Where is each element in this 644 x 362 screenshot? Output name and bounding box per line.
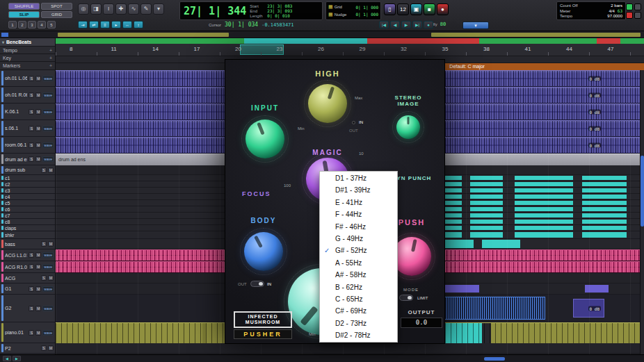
track-header[interactable]: c2 (0, 181, 55, 188)
track-view-selector[interactable]: wave (42, 76, 54, 81)
record-icon[interactable]: ● (424, 21, 433, 28)
track-header[interactable]: P2SM (0, 343, 55, 354)
frequency-option[interactable]: C# - 69Hz (320, 305, 397, 317)
track-view-selector[interactable]: wave (42, 330, 54, 336)
smart-tool-icon[interactable]: ▾ (153, 3, 164, 15)
track-header[interactable]: drum subSM (0, 165, 55, 175)
play-button[interactable]: ■ (424, 3, 435, 15)
track-header[interactable]: c6 (0, 206, 55, 213)
selection-field-value[interactable]: 23| 3| 083 (267, 4, 292, 8)
track-header[interactable]: c4 (0, 194, 55, 200)
record-button[interactable]: ● (437, 3, 449, 15)
overview-position-marker[interactable] (1, 33, 8, 37)
solo-button[interactable]: S (29, 264, 34, 270)
mute-button[interactable]: M (48, 167, 54, 173)
track-view-selector[interactable]: wave (42, 306, 54, 311)
track-header[interactable]: c8 (0, 219, 55, 225)
mute-button[interactable]: M (48, 241, 54, 247)
collapse-icon[interactable]: ▾ (2, 40, 4, 44)
zoom-tool-icon[interactable]: ◎ (78, 3, 89, 15)
link-track-selection-icon[interactable]: ≡ (100, 21, 110, 28)
zoom-horizontal-icon[interactable]: ↔ (122, 21, 132, 28)
red-status-button[interactable] (626, 12, 633, 19)
mute-button[interactable]: M (35, 142, 41, 148)
zoom-preset-2[interactable]: 2 (18, 21, 26, 28)
track-header[interactable]: G1SMwave (0, 283, 55, 295)
zoom-vertical-icon[interactable]: ↕ (134, 21, 143, 28)
trim-tool-icon[interactable]: ◨ (90, 3, 102, 15)
rewind-icon[interactable]: ◀ (390, 21, 400, 28)
track-view-dropdown[interactable]: ▾ (462, 22, 489, 29)
edit-mode-shuffle[interactable]: SHUFFLE (8, 3, 40, 10)
tab-to-transient-icon[interactable]: ⇥ (78, 21, 88, 28)
frequency-option[interactable]: G - 49Hz (320, 233, 397, 245)
frequency-option[interactable]: A - 55Hz (320, 257, 397, 269)
nudge-value[interactable]: 0| 1| 000 (355, 12, 378, 17)
solo-button[interactable]: S (41, 345, 47, 351)
zoom-preset-1[interactable]: 1 (8, 21, 17, 28)
frequency-option[interactable]: C - 65Hz (320, 293, 397, 305)
solo-button[interactable]: S (29, 126, 34, 131)
high-knob[interactable] (308, 84, 347, 123)
track-header[interactable]: K.06.1SMwave (0, 104, 55, 120)
add-icon[interactable]: + (49, 48, 52, 53)
track-view-selector[interactable]: wave (42, 252, 54, 258)
track-header[interactable]: drum ad ensSMwave (0, 154, 55, 165)
scrubber-tool-icon[interactable]: ∿ (128, 3, 139, 15)
mute-button[interactable]: M (35, 156, 41, 162)
body-knob[interactable] (244, 232, 283, 271)
link-timeline-selection-icon[interactable]: ⇄ (89, 21, 99, 28)
track-header[interactable]: room.06.1SMwave (0, 137, 55, 154)
track-header[interactable]: oh.01 L.06.1SMwave (0, 70, 55, 87)
solo-button[interactable]: S (41, 167, 47, 173)
scroll-left-icon[interactable]: ◀ (3, 356, 11, 361)
mute-button[interactable]: M (35, 330, 41, 336)
pencil-tool-icon[interactable]: ✎ (140, 3, 152, 15)
mute-button[interactable]: M (35, 286, 41, 292)
track-header[interactable]: c7 (0, 213, 55, 219)
track-header[interactable]: shkr (0, 231, 55, 239)
go-to-start-icon[interactable]: |◀ (379, 21, 389, 28)
solo-button[interactable]: S (29, 109, 34, 115)
body-io-toggle[interactable] (250, 281, 264, 287)
frequency-option[interactable]: D#1 - 39Hz (320, 184, 397, 196)
mode-toggle[interactable] (399, 295, 413, 301)
ruler-item-markers[interactable]: Markers+ (0, 62, 55, 70)
mute-button[interactable]: M (35, 306, 41, 311)
mute-button[interactable]: M (35, 126, 41, 131)
ruler-item-key[interactable]: Key+ (0, 54, 55, 62)
solo-button[interactable]: S (29, 306, 34, 311)
zoom-preset-3[interactable]: 3 (28, 21, 36, 28)
add-icon[interactable]: + (49, 63, 52, 68)
track-view-selector[interactable]: wave (42, 142, 54, 148)
midi-merge-button[interactable]: ▣ (410, 3, 422, 15)
track-lane[interactable] (56, 343, 644, 354)
frequency-option[interactable]: F# - 46Hz (320, 221, 397, 233)
track-header[interactable]: G2SMwave (0, 295, 55, 322)
mute-button[interactable]: M (35, 92, 41, 98)
edit-mode-slip[interactable]: SLIP (8, 11, 40, 18)
vertical-scroll-thumb[interactable] (641, 156, 644, 227)
mute-button[interactable]: M (35, 252, 41, 258)
zoom-preset-4[interactable]: 4 (38, 21, 46, 28)
track-view-selector[interactable]: wave (42, 126, 54, 131)
input-knob[interactable] (245, 120, 284, 158)
grid-value[interactable]: 0| 1| 000 (355, 5, 378, 10)
frequency-option[interactable]: B - 62Hz (320, 281, 397, 293)
horizontal-scroll-thumb[interactable] (484, 357, 505, 361)
mute-button[interactable]: M (48, 345, 54, 351)
frequency-option[interactable]: E - 41Hz (320, 197, 397, 208)
solo-button[interactable]: S (41, 241, 47, 247)
stereo-image-knob[interactable] (396, 115, 420, 139)
mute-button[interactable]: M (35, 264, 41, 270)
solo-button[interactable]: S (41, 275, 47, 281)
green-status-button[interactable] (626, 3, 633, 10)
track-header[interactable]: ACG R1.01SMwave (0, 261, 55, 273)
solo-button[interactable]: S (29, 330, 34, 336)
push-knob[interactable] (392, 237, 431, 276)
bars-beats-ruler[interactable]: 811141720232629323538414447 (56, 44, 644, 56)
edit-mode-spot[interactable]: SPOT (41, 3, 72, 10)
output-value[interactable]: 0.0 (401, 318, 442, 328)
solo-button[interactable]: S (29, 252, 34, 258)
mute-button[interactable]: M (48, 275, 54, 281)
